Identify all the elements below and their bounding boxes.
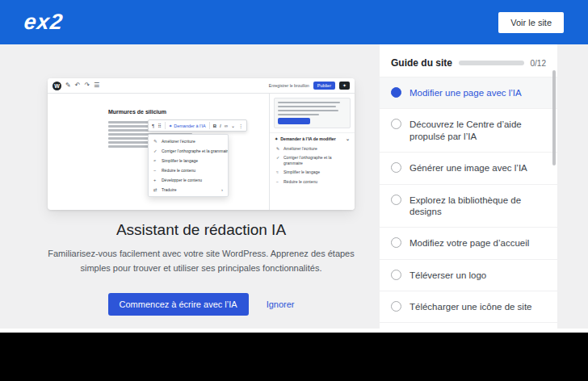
ex2-logo: ex2 [23, 10, 64, 35]
guide-item-label: Téléverser un logo [410, 270, 486, 281]
shorten-icon: − [276, 179, 281, 185]
ai-dropdown-menu: ✎ Améliorer l’écriture ✓ Corriger l’orth… [148, 134, 229, 197]
hero-section: W ✎ ↶ ↷ ☰ Enregistrer le brouillon Publi… [11, 44, 391, 329]
sparkle-icon: ✦ [169, 124, 173, 128]
guide-item-label: Découvrez le Centre d’aide propulsé par … [410, 119, 546, 142]
ask-ai-label: Demander à l’IA [174, 124, 205, 128]
menu-item: − Réduire le contenu [149, 165, 228, 175]
document-title: Murmures de silicium [108, 109, 166, 115]
chevron-down-icon: ⌄ [346, 136, 350, 141]
link-icon: ∞ [225, 124, 228, 128]
text-line-skeleton [278, 106, 336, 107]
drag-handle-icon: ⠿ [158, 124, 161, 128]
ai-panel-item: ✎ Améliorer l’écriture [270, 144, 355, 153]
progress-bar [459, 61, 524, 65]
ai-panel-item-label: Corriger l’orthographe et la grammaire [284, 155, 350, 165]
menu-item-label: Améliorer l’écriture [162, 139, 195, 144]
text-line-skeleton [278, 110, 338, 111]
shorten-icon: − [153, 168, 158, 173]
hero-actions: Commencez à écrire avec l’IA Ignorer [108, 293, 295, 316]
spellcheck-icon: ✓ [276, 155, 281, 161]
pencil-icon: ✎ [276, 146, 281, 152]
radio-icon [391, 237, 401, 248]
menu-item-label: Développer le contenu [162, 178, 202, 182]
sparkle-icon: ✦ [275, 136, 278, 141]
main-content: W ✎ ↶ ↷ ☰ Enregistrer le brouillon Publi… [0, 44, 588, 329]
guide-item-modifier-page-ia[interactable]: Modifier une page avec l’IA [380, 77, 557, 108]
scrollbar[interactable] [552, 70, 556, 165]
ai-assistant-icon: ✦ [339, 82, 350, 90]
chevron-down-icon: ⌄ [231, 124, 235, 128]
guide-item-generer-image[interactable]: Générer une image avec l’IA [380, 152, 557, 183]
expand-icon: + [153, 178, 158, 182]
text-line-skeleton [278, 114, 319, 115]
guide-item-page-accueil[interactable]: Modifiez votre page d’accueil [380, 227, 557, 258]
radio-icon [391, 195, 401, 205]
chevron-right-icon: › [221, 187, 223, 192]
skip-link[interactable]: Ignorer [267, 299, 295, 309]
radio-selected-icon [391, 87, 401, 98]
view-site-button[interactable]: Voir le site [498, 12, 564, 33]
site-guide-panel: Guide du site 0/12 Modifier une page ave… [380, 44, 557, 329]
editor-preview-illustration: W ✎ ↶ ↷ ☰ Enregistrer le brouillon Publi… [48, 78, 355, 210]
bold-icon: B [213, 124, 216, 128]
ai-side-panel: ✦ Demander à l’IA de modifier ⌄ ✎ Amélio… [269, 94, 355, 210]
simplify-icon: ≈ [276, 170, 281, 175]
menu-item: ⇄ Traduire › [149, 185, 228, 195]
list-view-icon: ☰ [94, 82, 99, 89]
ask-ai-button: ✦ Demander à l’IA [169, 124, 206, 128]
guide-item-televerser-logo[interactable]: Téléverser un logo [380, 259, 557, 291]
text-line-skeleton [278, 102, 340, 103]
menu-item: ✓ Corriger l’orthographe et la grammaire [149, 146, 228, 156]
toolbar-divider [165, 122, 166, 129]
wordpress-icon: W [52, 82, 61, 90]
guide-item-label: Générer une image avec l’IA [410, 162, 527, 174]
guide-item-bibliotheque-designs[interactable]: Explorez la bibliothèque de designs [380, 184, 557, 228]
ai-panel-header: ✦ Demander à l’IA de modifier ⌄ [270, 132, 355, 144]
guide-item-icone-site[interactable]: Télécharger une icône de site [380, 291, 557, 322]
app-window: ex2 Voir le site W ✎ ↶ ↷ ☰ Enregistrer l… [0, 0, 588, 381]
ai-panel-item-label: Améliorer l’écriture [284, 146, 317, 152]
ai-notice-box [274, 98, 351, 128]
menu-item: ✎ Améliorer l’écriture [149, 136, 228, 146]
pencil-icon: ✎ [153, 139, 158, 144]
menu-item: + Développer le contenu [149, 175, 228, 185]
radio-icon [391, 270, 401, 280]
block-toolbar: ¶ ⠿ ✦ Demander à l’IA B I ∞ ⌄ ⋮ [148, 119, 247, 132]
ai-panel-item: ✓ Corriger l’orthographe et la grammaire [270, 153, 355, 168]
guide-item-label: Télécharger une icône de site [410, 301, 532, 312]
simplify-icon: ≈ [153, 158, 158, 163]
menu-item-label: Traduire [162, 187, 176, 192]
menu-item: ≈ Simplifier le langage [149, 156, 228, 165]
top-bar: ex2 Voir le site [0, 0, 588, 44]
guide-item-label: Modifiez votre page d’accueil [410, 237, 529, 249]
undo-icon: ↶ [75, 82, 81, 89]
ai-notice-button [278, 118, 310, 124]
radio-icon [391, 119, 401, 129]
ai-panel-item: ≈ Simplifier le langage [270, 168, 355, 178]
guide-item-label: Modifier une page avec l’IA [410, 87, 522, 98]
start-writing-button[interactable]: Commencez à écrire avec l’IA [108, 293, 249, 316]
page-description: Familiarisez-vous facilement avec votre … [48, 247, 355, 275]
bottom-black-bar [0, 333, 588, 381]
toolbar-divider [209, 122, 210, 129]
guide-item-label: Explorez la bibliothèque de designs [410, 195, 546, 218]
save-draft-label: Enregistrer le brouillon [269, 83, 309, 88]
pencil-icon: ✎ [65, 82, 71, 89]
paragraph-icon: ¶ [152, 124, 154, 128]
guide-title: Guide du site [391, 57, 452, 69]
menu-item-label: Simplifier le langage [162, 158, 198, 163]
menu-item-label: Réduire le contenu [162, 168, 195, 173]
page-title: Assistant de rédaction IA [116, 221, 286, 239]
translate-icon: ⇄ [153, 187, 158, 192]
progress-label: 0/12 [531, 59, 546, 68]
guide-header: Guide du site 0/12 [380, 44, 557, 77]
ai-panel-item: − Réduire le contenu [270, 177, 355, 186]
spellcheck-icon: ✓ [153, 149, 158, 153]
italic-icon: I [220, 124, 221, 128]
guide-item-centre-aide[interactable]: Découvrez le Centre d’aide propulsé par … [380, 108, 557, 152]
ai-panel-header-label: Demander à l’IA de modifier [280, 136, 335, 141]
kebab-icon: ⋮ [238, 124, 243, 128]
editor-toolbar: W ✎ ↶ ↷ ☰ Enregistrer le brouillon Publi… [48, 78, 355, 94]
ai-panel-item-label: Simplifier le langage [284, 170, 320, 175]
